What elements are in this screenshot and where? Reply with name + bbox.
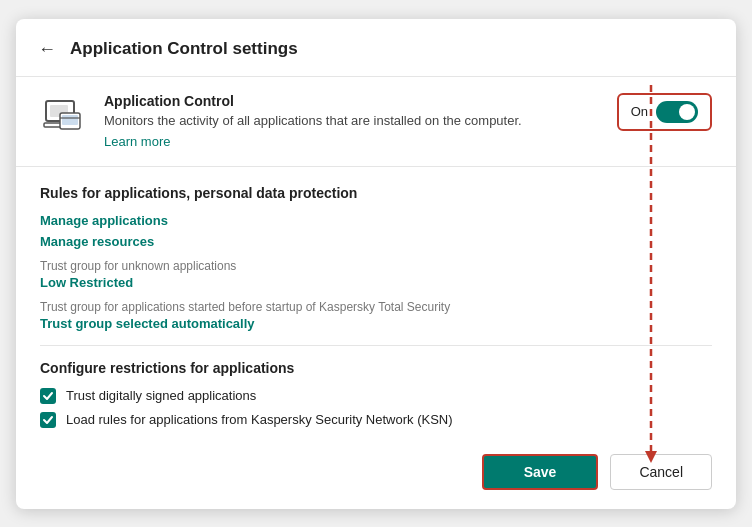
page-title: Application Control settings [70,39,298,59]
back-button[interactable]: ← [34,37,60,62]
section-divider [40,345,712,346]
toggle-area: On [617,93,712,131]
footer: Save Cancel [16,436,736,508]
checkmark-icon-1 [42,390,54,402]
configure-section-title: Configure restrictions for applications [40,360,712,376]
toggle-slider [656,101,698,123]
main-content: Rules for applications, personal data pr… [16,167,736,428]
app-control-icon [40,93,88,141]
checkmark-icon-2 [42,414,54,426]
cancel-button[interactable]: Cancel [610,454,712,490]
trust-group-unknown-label: Trust group for unknown applications [40,259,712,273]
save-button[interactable]: Save [482,454,599,490]
checkbox-row-1: Trust digitally signed applications [40,388,712,404]
header: ← Application Control settings [16,19,736,77]
svg-rect-4 [62,115,78,125]
rules-section-title: Rules for applications, personal data pr… [40,185,712,201]
app-control-toggle[interactable] [656,101,698,123]
toggle-label: On [631,104,648,119]
manage-resources-link[interactable]: Manage resources [40,234,712,249]
settings-window: ← Application Control settings Applicati… [16,19,736,509]
trust-group-startup-value: Trust group selected automatically [40,316,712,331]
checkbox-row-2: Load rules for applications from Kaspers… [40,412,712,428]
checkbox-1-label: Trust digitally signed applications [66,388,256,403]
trust-group-unknown-value: Low Restricted [40,275,712,290]
manage-applications-link[interactable]: Manage applications [40,213,712,228]
checkbox-1-box[interactable] [40,388,56,404]
learn-more-link[interactable]: Learn more [104,134,170,149]
app-control-section: Application Control Monitors the activit… [16,77,736,167]
checkbox-2-label: Load rules for applications from Kaspers… [66,412,453,427]
trust-group-startup-label: Trust group for applications started bef… [40,300,712,314]
checkbox-2-box[interactable] [40,412,56,428]
back-icon: ← [38,39,56,60]
